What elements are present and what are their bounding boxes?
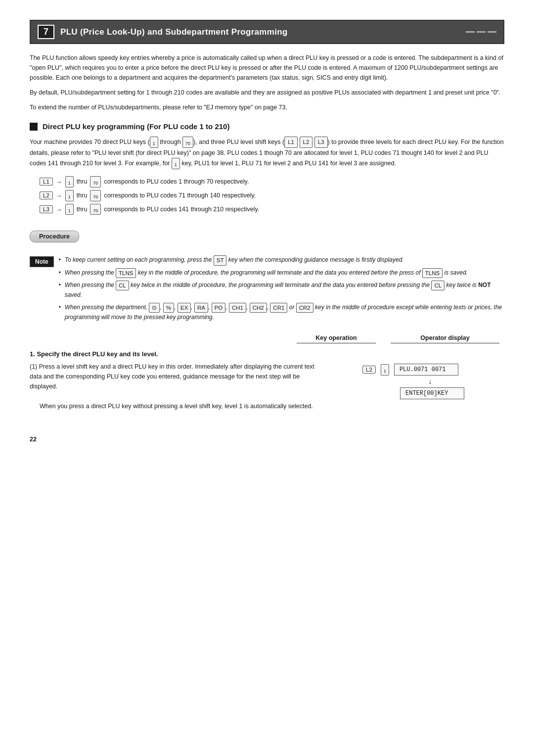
- subsection-heading: Direct PLU key programming (For PLU code…: [30, 122, 504, 131]
- key-percent: %: [163, 303, 174, 313]
- key-1-line3: 1: [65, 204, 74, 215]
- key-PO: PO: [212, 303, 226, 313]
- page-number: 22: [30, 436, 504, 443]
- note-item-1: To keep current setting on each programm…: [59, 255, 504, 265]
- black-square-icon: [30, 123, 38, 131]
- key-1: 1: [150, 137, 158, 148]
- key-1-line1: 1: [65, 176, 74, 188]
- key-CL-2: CL: [431, 281, 445, 290]
- step1-display-1: PLU.0071 0071: [394, 364, 458, 376]
- key-circle: ⊙: [149, 303, 160, 313]
- intro-para-2: By default, PLU/subdepartment setting fo…: [30, 88, 504, 97]
- key-70-line2: 70: [90, 190, 101, 201]
- key-1b: 1: [172, 158, 180, 169]
- key-CR1: CR1: [270, 303, 287, 313]
- section-decoration: [466, 31, 496, 33]
- plu-line-3: L3 → 1 thru 70 corresponds to PLU codes …: [40, 204, 504, 215]
- section-header: 7 PLU (Price Look-Up) and Subdepartment …: [30, 20, 504, 44]
- step-1-text: (1) Press a level shift key and a direct…: [30, 362, 316, 394]
- section-title: PLU (Price Look-Up) and Subdepartment Pr…: [60, 27, 288, 37]
- step1-lkey-L2: L2: [362, 366, 376, 374]
- step-1-heading: 1. Specify the direct PLU key and its le…: [30, 350, 504, 358]
- key-70-line1: 70: [90, 176, 101, 188]
- intro-para-3: To extend the number of PLUs/subdepartme…: [30, 102, 504, 112]
- lkey-L3: L3: [314, 137, 328, 147]
- step-1: 1. Specify the direct PLU key and its le…: [30, 350, 504, 411]
- section-number: 7: [38, 25, 54, 39]
- lkey-L1: L1: [284, 137, 298, 147]
- step1-down-arrow: ↓: [429, 378, 432, 385]
- key-TLNS-2: TLNS: [422, 268, 443, 278]
- plu-line-1: L1 → 1 thru 70 corresponds to PLU codes …: [40, 176, 504, 188]
- step-1-body: (1) Press a level shift key and a direct…: [30, 362, 504, 399]
- lkey-L2-line: L2: [40, 191, 53, 199]
- step1-key-1: 1: [381, 364, 389, 376]
- note-item-2: When pressing the TLNS key in the middle…: [59, 268, 504, 278]
- step-1-substep1-text: (1) Press a level shift key and a direct…: [30, 362, 316, 391]
- subsection-title: Direct PLU key programming (For PLU code…: [43, 122, 229, 131]
- col-header-key-operation: Key operation: [297, 334, 376, 343]
- key-RA: RA: [194, 303, 208, 313]
- step1-display-2: ENTER[00]KEY: [400, 387, 464, 399]
- plu-line-2: L2 → 1 thru 70 corresponds to PLU codes …: [40, 190, 504, 201]
- lkey-L3-line: L3: [40, 205, 53, 213]
- key-ST: ST: [214, 255, 227, 265]
- note-box: Note To keep current setting on each pro…: [30, 255, 504, 325]
- procedure-button[interactable]: Procedure: [30, 224, 504, 251]
- note-item-3: When pressing the CL key twice in the mi…: [59, 281, 504, 300]
- column-headers: Key operation Operator display: [30, 334, 504, 343]
- key-CL: CL: [116, 281, 129, 290]
- note-item-4: When pressing the department, ⊙, %, EX, …: [59, 303, 504, 323]
- note-label: Note: [30, 256, 54, 267]
- col-header-operator-display: Operator display: [391, 334, 499, 343]
- intro-para-1: The PLU function allows speedy key entri…: [30, 53, 504, 83]
- key-CR2: CR2: [296, 303, 313, 313]
- step-1-substep2: When you press a direct PLU key without …: [40, 401, 504, 411]
- subsection-body: Your machine provides 70 direct PLU keys…: [30, 137, 504, 169]
- key-70-line3: 70: [90, 204, 101, 215]
- key-TLNS: TLNS: [116, 268, 136, 278]
- step-1-keys: L2 1 PLU.0071 0071 ↓ ENTER[00]KEY: [316, 362, 504, 399]
- key-EX: EX: [178, 303, 191, 313]
- lkey-L1-line: L1: [40, 178, 53, 186]
- plu-correspondence-lines: L1 → 1 thru 70 corresponds to PLU codes …: [40, 176, 504, 215]
- key-1-line2: 1: [65, 190, 74, 201]
- lkey-L2: L2: [300, 137, 313, 147]
- key-op-row-1: L2 1 PLU.0071 0071: [362, 364, 458, 376]
- key-CH1: CH1: [229, 303, 246, 313]
- key-CH2: CH2: [250, 303, 267, 313]
- note-content: To keep current setting on each programm…: [59, 255, 504, 325]
- key-70: 70: [182, 137, 193, 148]
